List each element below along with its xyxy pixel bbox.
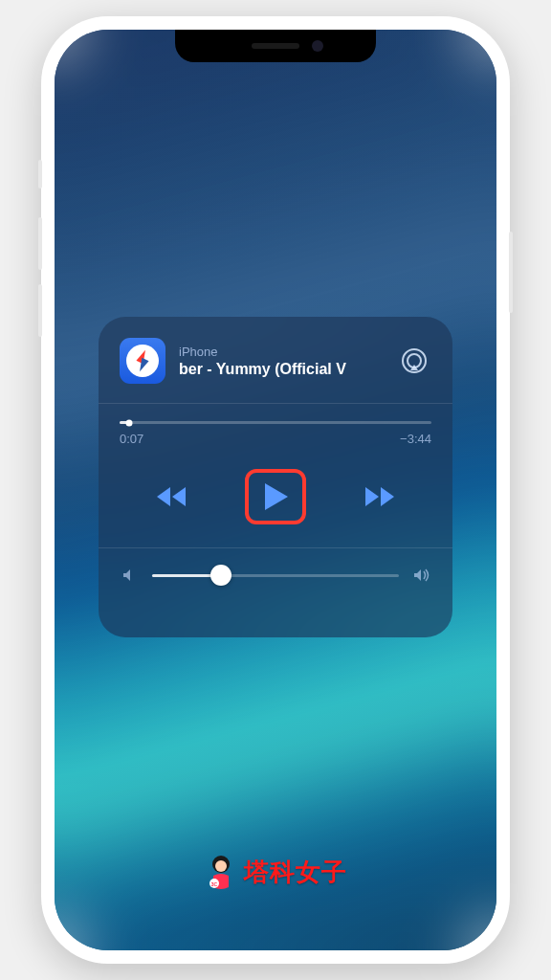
silence-switch xyxy=(38,160,42,189)
media-title: ber - Yummy (Official V xyxy=(179,361,384,378)
source-app-icon[interactable] xyxy=(120,338,165,384)
airplay-button[interactable] xyxy=(397,344,431,378)
volume-down-hardware xyxy=(38,284,42,337)
elapsed-time: 0:07 xyxy=(120,432,143,446)
media-info: iPhone ber - Yummy (Official V xyxy=(179,345,384,378)
volume-knob[interactable] xyxy=(210,565,231,586)
volume-up-hardware xyxy=(38,217,42,270)
remaining-time: −3:44 xyxy=(400,432,431,446)
next-track-button[interactable] xyxy=(359,476,401,518)
previous-track-button[interactable] xyxy=(150,476,192,518)
progress-section: 0:07 −3:44 xyxy=(120,421,431,446)
play-button[interactable] xyxy=(245,469,306,524)
power-button-hardware xyxy=(509,232,513,313)
rewind-icon xyxy=(153,484,189,509)
svg-point-3 xyxy=(215,860,227,872)
display-notch xyxy=(175,30,376,62)
time-row: 0:07 −3:44 xyxy=(120,432,431,446)
fast-forward-icon xyxy=(362,484,398,509)
volume-section xyxy=(120,568,431,583)
front-camera xyxy=(312,40,323,52)
volume-slider[interactable] xyxy=(152,574,399,577)
watermark-text: 塔科女子 xyxy=(244,856,347,889)
volume-high-icon xyxy=(412,568,431,583)
safari-icon xyxy=(126,345,159,377)
phone-device-frame: iPhone ber - Yummy (Official V xyxy=(41,16,510,964)
playback-controls xyxy=(120,469,431,524)
media-header: iPhone ber - Yummy (Official V xyxy=(120,338,431,384)
earpiece-speaker xyxy=(252,43,299,49)
volume-low-icon xyxy=(120,568,139,583)
progress-slider[interactable] xyxy=(120,421,431,424)
phone-screen: iPhone ber - Yummy (Official V xyxy=(55,30,496,950)
progress-knob[interactable] xyxy=(125,419,132,426)
play-icon xyxy=(261,481,290,512)
watermark: 3C 塔科女子 xyxy=(204,853,347,891)
divider xyxy=(99,547,452,548)
watermark-avatar-icon: 3C xyxy=(204,853,238,891)
svg-text:3C: 3C xyxy=(211,881,218,887)
airplay-icon xyxy=(401,347,428,374)
divider xyxy=(99,403,452,404)
media-source-label: iPhone xyxy=(179,345,384,359)
now-playing-panel: iPhone ber - Yummy (Official V xyxy=(99,317,452,637)
